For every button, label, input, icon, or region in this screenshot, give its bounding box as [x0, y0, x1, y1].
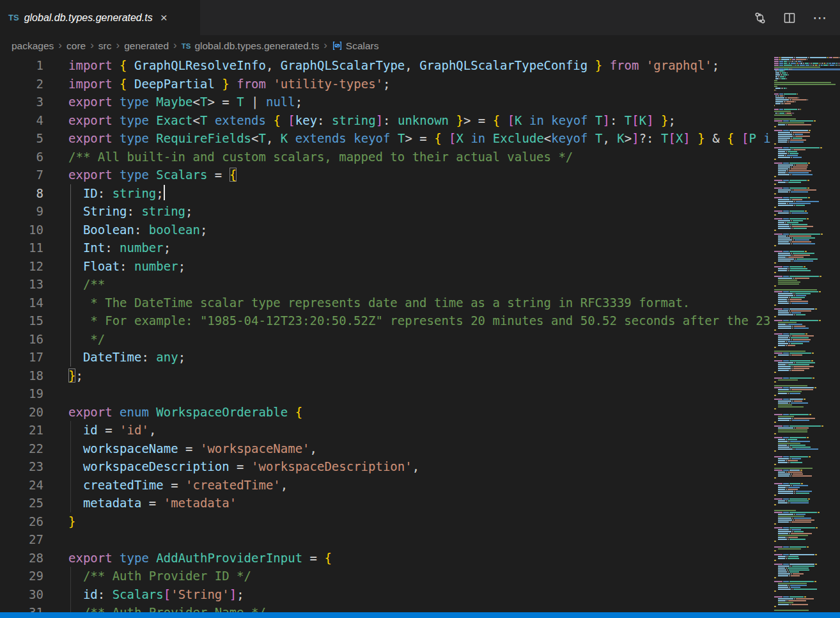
code-text[interactable]: /** All built-in and custom scalars, map…	[43, 148, 573, 166]
code-line: 18};	[0, 367, 774, 385]
code-line: 3export type Maybe<T> = T | null;	[0, 93, 774, 111]
tab-global-db-types-generated[interactable]: TS global.db.types.generated.ts ×	[0, 0, 200, 35]
code-line: 14 * The DateTime scalar type represents…	[0, 294, 774, 312]
line-number[interactable]: 28	[0, 549, 43, 567]
breadcrumb-item-src[interactable]: src	[98, 40, 112, 52]
breadcrumb-item-generated[interactable]: generated	[124, 40, 169, 52]
line-number[interactable]: 25	[0, 494, 43, 512]
code-line: 27	[0, 530, 774, 549]
line-number[interactable]: 11	[0, 239, 43, 257]
code-line: 30 id: Scalars['String'];	[0, 585, 774, 604]
line-number[interactable]: 18	[0, 367, 43, 385]
code-line: 29 /** Auth Provider ID */	[0, 567, 774, 585]
line-number[interactable]: 13	[0, 275, 43, 294]
line-number[interactable]: 7	[0, 166, 43, 184]
code-line: 6/** All built-in and custom scalars, ma…	[0, 148, 774, 166]
line-number[interactable]: 2	[0, 75, 43, 93]
breadcrumb-item-packages[interactable]: packages	[12, 40, 54, 52]
code-text[interactable]: import { DeepPartial } from 'utility-typ…	[43, 75, 390, 93]
more-actions-icon[interactable]: ⋯	[813, 11, 827, 25]
code-line: 4export type Exact<T extends { [key: str…	[0, 111, 774, 130]
code-text[interactable]: export type AddAuthProviderInput = {	[43, 549, 332, 567]
code-text[interactable]: ID: string;	[43, 184, 164, 203]
line-number[interactable]: 26	[0, 512, 43, 531]
line-number[interactable]: 10	[0, 221, 43, 239]
close-icon[interactable]: ×	[160, 12, 167, 24]
line-number[interactable]: 22	[0, 440, 43, 458]
line-number[interactable]: 14	[0, 294, 43, 312]
code-editor[interactable]: 1import { GraphQLResolveInfo, GraphQLSca…	[0, 56, 840, 618]
code-text[interactable]: String: string;	[43, 202, 193, 221]
code-text[interactable]: createdTime = 'createdTime',	[43, 476, 288, 495]
breadcrumb-label: global.db.types.generated.ts	[194, 40, 319, 52]
code-text[interactable]: import { GraphQLResolveInfo, GraphQLScal…	[43, 56, 719, 75]
code-line: 2import { DeepPartial } from 'utility-ty…	[0, 75, 774, 93]
line-number[interactable]: 15	[0, 312, 43, 330]
line-number[interactable]: 16	[0, 330, 43, 349]
indent-guide	[70, 476, 71, 495]
line-number[interactable]: 17	[0, 348, 43, 367]
code-text[interactable]: workspaceName = 'workspaceName',	[43, 440, 317, 458]
code-line: 16 */	[0, 330, 774, 349]
code-text[interactable]: /**	[43, 275, 105, 294]
typescript-file-icon: TS	[8, 13, 19, 22]
line-number[interactable]: 30	[0, 585, 43, 604]
code-text[interactable]: id: Scalars['String'];	[43, 585, 244, 604]
breadcrumb-label: Scalars	[346, 40, 379, 52]
code-text[interactable]: * For example: "1985-04-12T23:20:50.52Z"…	[43, 312, 770, 330]
line-number[interactable]: 21	[0, 421, 43, 440]
code-text[interactable]: metadata = 'metadata'	[43, 494, 237, 512]
code-text[interactable]: export type RequireFields<T, K extends k…	[43, 129, 771, 148]
code-text[interactable]: * The DateTime scalar type represents da…	[43, 294, 690, 312]
code-text[interactable]: DateTime: any;	[43, 348, 185, 367]
code-line: 24 createdTime = 'createdTime',	[0, 476, 774, 495]
code-line: 15 * For example: "1985-04-12T23:20:50.5…	[0, 312, 774, 330]
line-number[interactable]: 3	[0, 93, 43, 111]
code-text[interactable]: Int: number;	[43, 239, 171, 257]
line-number[interactable]: 19	[0, 384, 43, 403]
line-number[interactable]: 27	[0, 530, 43, 549]
indent-guide	[70, 257, 71, 276]
breadcrumb-separator-icon: ›	[173, 39, 177, 52]
code-text[interactable]: export type Scalars = {	[43, 166, 237, 184]
code-line: 9 String: string;	[0, 202, 774, 221]
compare-changes-icon[interactable]	[754, 12, 766, 24]
line-number[interactable]: 6	[0, 148, 43, 166]
tab-bar: TS global.db.types.generated.ts ×	[0, 0, 840, 35]
code-text[interactable]: export type Maybe<T> = T | null;	[43, 93, 302, 111]
indent-guide	[70, 202, 71, 221]
breadcrumb-item-global-db-types-generated-ts[interactable]: TSglobal.db.types.generated.ts	[182, 40, 319, 52]
code-text[interactable]: Boolean: boolean;	[43, 221, 207, 239]
line-number[interactable]: 5	[0, 129, 43, 148]
code-text[interactable]: Float: number;	[43, 257, 185, 276]
split-editor-icon[interactable]	[783, 12, 796, 24]
line-number[interactable]: 12	[0, 257, 43, 276]
line-number[interactable]: 29	[0, 567, 43, 585]
code-text[interactable]: export type Exact<T extends { [key: stri…	[43, 111, 676, 130]
breadcrumb-item-core[interactable]: core	[66, 40, 86, 52]
line-number[interactable]: 8	[0, 184, 43, 203]
code-text[interactable]: */	[43, 330, 105, 349]
typescript-file-icon: TS	[182, 42, 191, 50]
line-number[interactable]: 9	[0, 202, 43, 221]
indent-guide	[70, 312, 71, 330]
code-area[interactable]: 1import { GraphQLResolveInfo, GraphQLSca…	[0, 56, 774, 618]
code-text[interactable]: /** Auth Provider ID */	[43, 567, 251, 585]
code-text[interactable]: workspaceDescription = 'workspaceDescrip…	[43, 457, 419, 476]
breadcrumb-separator-icon: ›	[323, 39, 327, 52]
line-number[interactable]: 23	[0, 457, 43, 476]
indent-guide	[70, 275, 71, 294]
line-number[interactable]: 4	[0, 111, 43, 130]
code-text[interactable]: export enum WorkspaceOrderable {	[43, 403, 302, 422]
line-number[interactable]: 20	[0, 403, 43, 422]
code-text[interactable]: }	[43, 512, 75, 531]
code-text[interactable]: id = 'id',	[43, 421, 156, 440]
code-text[interactable]	[43, 530, 68, 549]
breadcrumb-item-scalars[interactable]: Scalars	[332, 40, 379, 52]
minimap[interactable]	[774, 56, 840, 618]
line-number[interactable]: 1	[0, 56, 43, 75]
code-text[interactable]: };	[43, 367, 83, 385]
code-text[interactable]	[43, 384, 68, 403]
line-number[interactable]: 24	[0, 476, 43, 495]
code-line: 20export enum WorkspaceOrderable {	[0, 403, 774, 422]
